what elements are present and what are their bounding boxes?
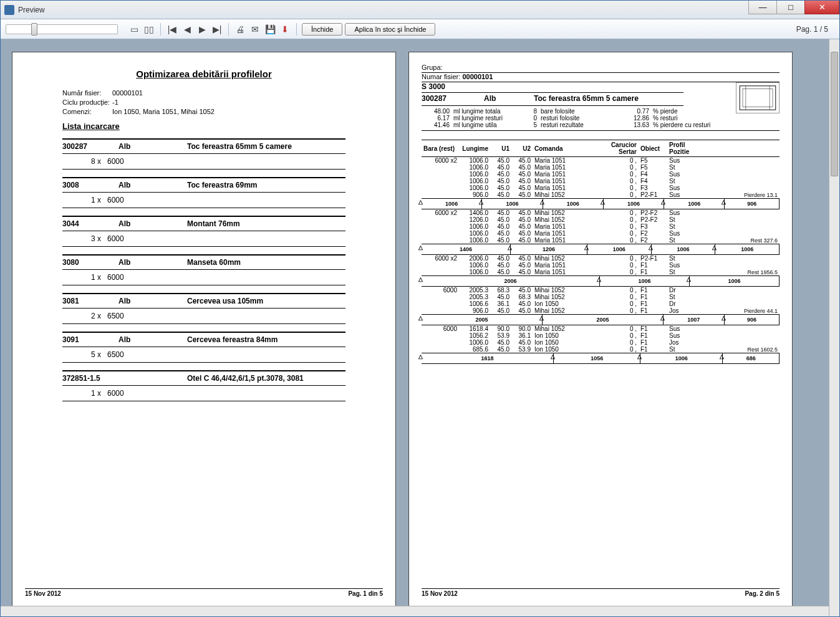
- block-code: 300287: [62, 142, 118, 151]
- cell-cmd: Maria 1051: [533, 164, 601, 171]
- close-window-button[interactable]: ✕: [804, 1, 839, 14]
- cell-len: 1006.0: [459, 164, 490, 171]
- cell-note: [692, 262, 780, 269]
- block-color: Alb: [118, 181, 187, 189]
- cell-note: [692, 255, 780, 262]
- single-page-icon[interactable]: ▭: [128, 23, 140, 36]
- last-page-icon[interactable]: ▶|: [211, 23, 223, 36]
- cell-cmd: Maria 1051: [533, 178, 601, 184]
- cell-obj: F1: [639, 300, 667, 307]
- bar-segment: 1056: [554, 353, 640, 363]
- cell-u1: 45.0: [490, 191, 511, 199]
- cell-note: Rest 1602.5: [692, 346, 780, 353]
- print-icon[interactable]: 🖨: [234, 23, 246, 36]
- file-value: 00000101: [112, 89, 143, 97]
- cell-cmd: Maria 1051: [533, 230, 601, 237]
- cell-obj: F3: [639, 184, 667, 191]
- cell-len: 1618.4: [459, 325, 490, 333]
- cell-u1: 45.0: [490, 164, 511, 171]
- bar-segment: 1006: [543, 199, 604, 209]
- table-row: 1006.0 45.0 45.0 Maria 1051 0 , F4 Sus: [422, 171, 780, 178]
- cell-obj: F3: [639, 223, 667, 230]
- summary-text: % resturi: [653, 115, 677, 122]
- save-icon[interactable]: 💾: [264, 23, 276, 36]
- summary-num: 48.00: [422, 108, 450, 115]
- cell-poz: St: [667, 269, 692, 276]
- footer-page: Pag. 1 din 5: [348, 590, 383, 597]
- titlebar: Preview — □ ✕: [1, 1, 839, 19]
- table-row: 1006.0 45.0 45.0 Maria 1051 0 , F4 St: [422, 178, 780, 184]
- horizontal-scrollbar[interactable]: [1, 606, 829, 616]
- cell-note: [692, 332, 780, 339]
- bar-segment: 906: [725, 315, 780, 325]
- cell-u1: 45.0: [490, 216, 511, 223]
- cell-obj: F1: [639, 325, 667, 333]
- cell-u2: 45.0: [511, 171, 533, 178]
- table-row: 1206.0 45.0 45.0 Mihai 1052 0 , P2-F2 St: [422, 216, 780, 223]
- cell-note: [692, 209, 780, 217]
- prev-page-icon[interactable]: ◀: [181, 23, 193, 36]
- cell-poz: St: [667, 237, 692, 244]
- next-page-icon[interactable]: ▶: [196, 23, 208, 36]
- cell-u2: 45.0: [511, 191, 533, 199]
- maximize-button[interactable]: □: [776, 1, 805, 14]
- bar-segment: 2006: [422, 276, 600, 286]
- cell-cmd: Maria 1051: [533, 223, 601, 230]
- cell-note: [692, 184, 780, 191]
- cell-note: [692, 171, 780, 178]
- cell-cmd: Mihai 1052: [533, 209, 601, 217]
- page-viewer: Optimizarea debitării profilelor Număr f…: [1, 39, 839, 616]
- vertical-scrollbar[interactable]: [829, 39, 839, 616]
- summary-text: ml lungime utila: [453, 122, 496, 128]
- close-button[interactable]: Închide: [302, 23, 342, 36]
- window-title: Preview: [18, 6, 45, 14]
- minimize-button[interactable]: —: [748, 1, 777, 14]
- pdf-icon[interactable]: ⬇: [279, 23, 291, 36]
- bar-strip-row: 14061206100610061006: [422, 244, 780, 255]
- cell-u2: 45.0: [511, 307, 533, 315]
- cell-u2: 53.9: [511, 346, 533, 353]
- cell-sertar: 0 ,: [601, 294, 639, 300]
- bar-segment: 1007: [664, 315, 725, 325]
- multi-page-icon[interactable]: ▯▯: [143, 23, 155, 36]
- cell-sertar: 0 ,: [601, 178, 639, 184]
- cell-u2: 45.0: [511, 230, 533, 237]
- cell-note: [692, 287, 780, 294]
- cell-poz: St: [667, 294, 692, 300]
- cell-len: 2006.0: [459, 255, 490, 262]
- cell-note: Rest 327.6: [692, 237, 780, 244]
- apply-stock-close-button[interactable]: Aplica în stoc şi Închide: [345, 23, 435, 36]
- cell-u2: 68.3: [511, 294, 533, 300]
- cell-poz: Dr: [667, 287, 692, 294]
- cell-len: 1006.0: [459, 184, 490, 191]
- cell-poz: St: [667, 255, 692, 262]
- zoom-slider[interactable]: [6, 24, 118, 34]
- cell-u1: 45.0: [490, 255, 511, 262]
- orders-value: Ion 1050, Maria 1051, Mihai 1052: [112, 108, 215, 115]
- cell-len: 1006.0: [459, 230, 490, 237]
- cell-u2: 45.0: [511, 157, 533, 165]
- cell-u1: 45.0: [490, 223, 511, 230]
- summary-text: % pierdere cu resturi: [653, 122, 710, 128]
- summary-text: ml lungime totala: [453, 108, 501, 115]
- page-footer: 15 Nov 2012 Pag. 1 din 5: [25, 588, 383, 597]
- th-bara: Bara (rest): [422, 140, 459, 157]
- block-qty-line: 2 x 6500: [62, 308, 345, 324]
- cell-len: 906.0: [459, 307, 490, 315]
- cell-obj: F4: [639, 171, 667, 178]
- cell-u1: 53.9: [490, 332, 511, 339]
- cell-note: [692, 178, 780, 184]
- cell-obj: F1: [639, 269, 667, 276]
- cell-u2: 45.0: [511, 209, 533, 217]
- cell-bar: 6000 x2: [422, 209, 459, 217]
- summary-num: 0.77: [621, 108, 649, 115]
- cell-u2: 45.0: [511, 178, 533, 184]
- load-block: 300287 Alb Toc fereastra 65mm 5 camere 8…: [62, 138, 345, 170]
- summary-row: 48.00ml lungime totala 8bare folosite 0.…: [422, 108, 736, 115]
- cell-len: 1006.0: [459, 223, 490, 230]
- block-desc: Cercevea fereastra 84mm: [187, 335, 345, 344]
- mail-icon[interactable]: ✉: [249, 23, 261, 36]
- load-block: 3081 Alb Cercevea usa 105mm 2 x 6500: [62, 293, 345, 324]
- cell-obj: F1: [639, 339, 667, 346]
- first-page-icon[interactable]: |◀: [166, 23, 178, 36]
